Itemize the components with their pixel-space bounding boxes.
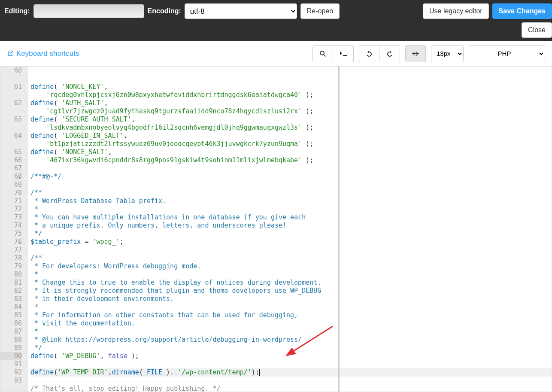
- undo-icon: [366, 50, 373, 57]
- code-line[interactable]: * a unique prefix. Only numbers, letters…: [30, 222, 552, 230]
- code-line[interactable]: define( 'AUTH_SALT',: [30, 99, 552, 107]
- code-line[interactable]: /**#@-*/: [30, 173, 552, 181]
- editing-label: Editing:: [4, 7, 30, 15]
- code-line[interactable]: define('WP_TEMP_DIR',dirname(_FILE_). '/…: [30, 368, 552, 377]
- code-line[interactable]: * You can have multiple installations in…: [30, 213, 552, 222]
- code-line[interactable]: define( 'WP_DEBUG', false );: [30, 352, 552, 360]
- line-number: 65: [0, 148, 22, 156]
- code-line[interactable]: [30, 246, 552, 254]
- code-line[interactable]: * Change this to true to enable the disp…: [30, 279, 552, 287]
- line-number: 90: [0, 352, 22, 360]
- line-number: 76▾: [0, 238, 22, 246]
- keyboard-shortcuts-label: Keyboard shortcuts: [16, 49, 79, 58]
- text-cursor: [259, 369, 260, 376]
- editor-toolbar: Keyboard shortcuts 13px PHP: [0, 41, 552, 67]
- line-number: 69: [0, 181, 22, 189]
- line-number: 85: [0, 311, 22, 319]
- line-number: 79: [0, 262, 22, 270]
- reopen-button[interactable]: Re-open: [300, 3, 340, 19]
- code-line[interactable]: /**: [30, 254, 552, 262]
- line-number: 93: [0, 377, 22, 385]
- code-line[interactable]: */: [30, 344, 552, 352]
- line-number: [0, 75, 22, 83]
- code-line[interactable]: 'rqcdeg0vhlxpjcsxj6zn0w8pxyxhetwfoviddxh…: [30, 91, 552, 99]
- code-line[interactable]: define( 'SECURE_AUTH_SALT',: [30, 115, 552, 124]
- code-line[interactable]: *: [30, 328, 552, 336]
- search-icon: [319, 50, 326, 57]
- close-button[interactable]: Close: [522, 22, 552, 38]
- code-line[interactable]: define( 'NONCE_SALT',: [30, 148, 552, 156]
- wrap-toggle-button[interactable]: [405, 45, 426, 62]
- code-line[interactable]: * @link https://wordpress.org/support/ar…: [30, 336, 552, 344]
- top-bar: Editing: Encoding: utf-8 Re-open Use leg…: [0, 0, 552, 41]
- redo-button[interactable]: [379, 45, 400, 62]
- line-number: 91: [0, 360, 22, 368]
- code-line[interactable]: *: [30, 303, 552, 311]
- editing-input[interactable]: [33, 4, 144, 18]
- undo-button[interactable]: [359, 45, 379, 62]
- code-line[interactable]: * in their development environments.: [30, 295, 552, 303]
- code-line[interactable]: 'lsdkvadmbxnobyeolvyq4bgodfr16il2sqcnh6v…: [30, 124, 552, 132]
- encoding-select[interactable]: utf-8: [185, 3, 297, 19]
- code-line[interactable]: [30, 164, 552, 173]
- line-number: 89: [0, 344, 22, 352]
- code-line[interactable]: * visit the documentation.: [30, 319, 552, 328]
- line-number: [0, 140, 22, 148]
- search-button[interactable]: [312, 45, 333, 62]
- line-number: 83: [0, 295, 22, 303]
- wrap-icon: [412, 51, 419, 56]
- line-number: 64: [0, 132, 22, 140]
- line-number: 71: [0, 197, 22, 205]
- line-number: 82: [0, 287, 22, 295]
- code-line[interactable]: /**: [30, 189, 552, 197]
- code-line[interactable]: *: [30, 270, 552, 279]
- line-number: 78: [0, 254, 22, 262]
- line-number: 63: [0, 115, 22, 124]
- code-line[interactable]: '467ixr36kgwvdi6cpnddr8s8rgg9pos91gskiw4…: [30, 156, 552, 164]
- code-line[interactable]: define( 'LOGGED_IN_SALT',: [30, 132, 552, 140]
- code-line[interactable]: [30, 377, 552, 385]
- code-line[interactable]: * It is strongly recommended that plugin…: [30, 287, 552, 295]
- code-line[interactable]: /* That's all, stop editing! Happy publi…: [30, 385, 552, 392]
- terminal-button[interactable]: [333, 45, 354, 62]
- line-number: 88: [0, 336, 22, 344]
- save-changes-button[interactable]: Save Changes: [492, 3, 552, 19]
- encoding-label: Encoding:: [148, 7, 181, 15]
- external-link-icon: [7, 50, 14, 57]
- line-number: 61: [0, 83, 22, 91]
- code-line[interactable]: *: [30, 205, 552, 213]
- line-number: 68▾: [0, 173, 22, 181]
- splitter-handle[interactable]: [338, 67, 340, 392]
- language-select[interactable]: PHP: [469, 45, 545, 62]
- code-line[interactable]: [30, 181, 552, 189]
- line-number: 75: [0, 230, 22, 238]
- font-size-select[interactable]: 13px: [431, 45, 464, 62]
- code-line[interactable]: $table_prefix = 'wpcg_';: [30, 238, 552, 246]
- line-number: 72: [0, 205, 22, 213]
- code-line[interactable]: * WordPress Database Table prefix.: [30, 197, 552, 205]
- keyboard-shortcuts-link[interactable]: Keyboard shortcuts: [7, 49, 79, 58]
- line-number: 60: [0, 67, 22, 75]
- legacy-editor-button[interactable]: Use legacy editor: [423, 3, 489, 19]
- code-editor[interactable]: 606162636465666768▾6970717273747576▾7778…: [0, 67, 552, 392]
- line-number: 66: [0, 156, 22, 164]
- line-gutter: 606162636465666768▾6970717273747576▾7778…: [0, 67, 28, 392]
- line-number: 73: [0, 213, 22, 222]
- line-number: 74: [0, 222, 22, 230]
- code-line[interactable]: 'bt1pzjatizzzdt2lrtssywuoz69uv0jooqcqeyp…: [30, 140, 552, 148]
- code-line[interactable]: define( 'NONCE_KEY',: [30, 83, 552, 91]
- line-number: 84: [0, 303, 22, 311]
- code-line[interactable]: * For information on other constants tha…: [30, 311, 552, 319]
- code-line[interactable]: [30, 360, 552, 368]
- code-content[interactable]: define( 'NONCE_KEY', 'rqcdeg0vhlxpjcsxj6…: [28, 67, 552, 392]
- line-number: 77: [0, 246, 22, 254]
- line-number: [0, 124, 22, 132]
- line-number: 86: [0, 319, 22, 328]
- line-number: 62: [0, 99, 22, 107]
- code-line[interactable]: 'cgtlvr7jzwgcz0juad9fythaskq9tgurzsfaaii…: [30, 107, 552, 115]
- code-line[interactable]: * For developers: WordPress debugging mo…: [30, 262, 552, 270]
- redo-icon: [386, 50, 393, 57]
- code-line[interactable]: */: [30, 230, 552, 238]
- line-number: [0, 91, 22, 99]
- line-number: 81: [0, 279, 22, 287]
